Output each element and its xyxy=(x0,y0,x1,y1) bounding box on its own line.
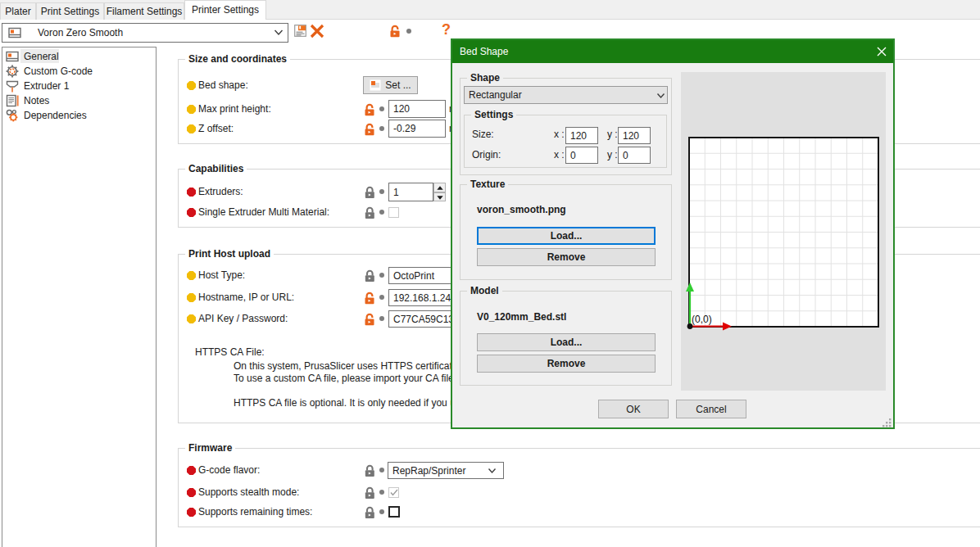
svg-text:(0,0): (0,0) xyxy=(692,314,712,325)
